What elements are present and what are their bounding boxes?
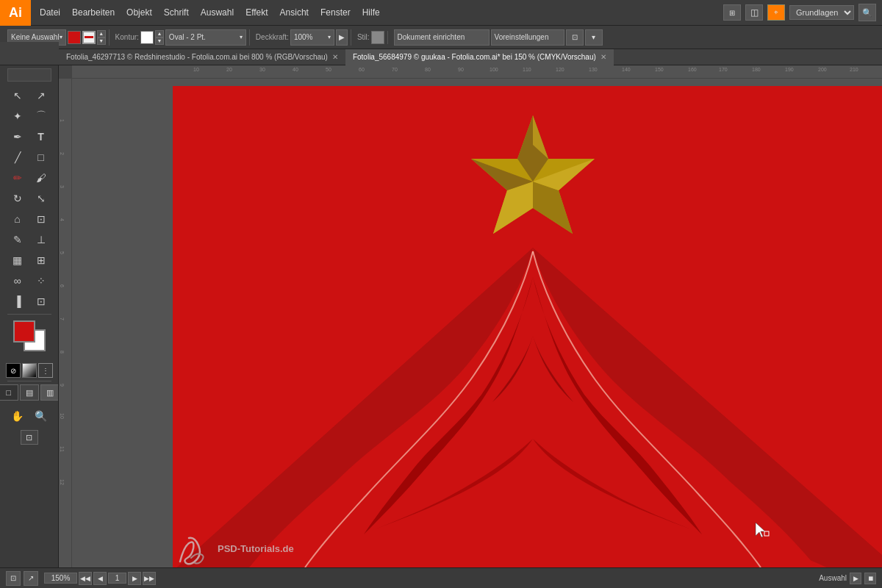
- spinner-up[interactable]: ▲: [97, 30, 106, 37]
- tool-line[interactable]: ╱: [7, 148, 29, 167]
- stroke-group: Kontur: ▲ ▼ Oval - 2 Pt. ▾: [112, 29, 250, 46]
- stroke-spinner-down[interactable]: ▼: [155, 37, 164, 45]
- menu-bearbeiten[interactable]: Bearbeiten: [66, 4, 121, 21]
- tool-row-4: ╱ □: [7, 148, 52, 167]
- menu-items: Datei Bearbeiten Objekt Schrift Auswahl …: [31, 4, 723, 21]
- stroke-color[interactable]: [140, 31, 154, 44]
- vorein-btn[interactable]: Voreinstellungen: [491, 29, 564, 46]
- status-right: Auswahl ▶ ⏹: [819, 573, 876, 584]
- nav-next-btn[interactable]: ▶▶: [143, 572, 156, 585]
- tool-magic-wand[interactable]: ✦: [7, 107, 29, 126]
- tool-rect[interactable]: □: [30, 148, 52, 167]
- tool-symbol[interactable]: ⁘: [30, 271, 52, 290]
- grid-icon[interactable]: ⊞: [723, 4, 741, 21]
- ruler-top-mark-13: 130: [589, 67, 598, 72]
- menu-fenster[interactable]: Fenster: [315, 4, 356, 21]
- menu-ansicht[interactable]: Ansicht: [274, 4, 315, 21]
- stroke-indicator[interactable]: [82, 31, 96, 44]
- ruler-top-mark-2: 20: [226, 67, 232, 72]
- mode-normal[interactable]: □: [0, 384, 18, 401]
- tool-selection[interactable]: ↖: [7, 86, 29, 105]
- tab-0[interactable]: Fotolia_46297713 © Redshinestudio - Foto…: [59, 49, 345, 65]
- tool-row-5: ✏ 🖌: [7, 168, 52, 187]
- tool-graph[interactable]: ▐: [7, 292, 29, 311]
- workspace-select[interactable]: Grundlagen: [789, 5, 854, 20]
- ruler-top-mark-17: 170: [719, 67, 728, 72]
- opacity-nav[interactable]: ▶: [336, 29, 348, 46]
- ruler-top-mark-20: 200: [818, 67, 827, 72]
- menu-objekt[interactable]: Objekt: [121, 4, 158, 21]
- tool-mesh[interactable]: ⊞: [30, 251, 52, 270]
- vector-icon[interactable]: ⌖: [767, 4, 785, 21]
- tool-measure[interactable]: ⊥: [30, 230, 52, 249]
- ruler-left-mark-7: 7: [60, 318, 65, 320]
- tool-direct-selection[interactable]: ↗: [30, 86, 52, 105]
- arrange-btn[interactable]: ▾: [585, 29, 603, 46]
- style-color[interactable]: [371, 31, 384, 44]
- tool-rotate[interactable]: ↻: [7, 189, 29, 208]
- canvas-viewport[interactable]: 1 2 3 4 5 6 7 8 9 10 11 12: [59, 79, 882, 567]
- fill-color[interactable]: [68, 31, 81, 44]
- status-play-btn[interactable]: ▶: [850, 573, 861, 584]
- tool-reflect[interactable]: ⤡: [30, 189, 52, 208]
- tool-blend[interactable]: ∞: [7, 271, 29, 290]
- menu-datei[interactable]: Datei: [34, 4, 66, 21]
- ruler-top-mark-9: 90: [458, 67, 464, 72]
- zoom-input[interactable]: 150%: [44, 573, 77, 584]
- style-label: Stil:: [357, 33, 370, 41]
- mode-alt[interactable]: ▥: [40, 384, 60, 401]
- tool-warp[interactable]: ⌂: [7, 209, 29, 229]
- menu-hilfe[interactable]: Hilfe: [356, 4, 386, 21]
- tool-pen[interactable]: ✒: [7, 127, 29, 146]
- stroke-spinner-up[interactable]: ▲: [155, 30, 164, 37]
- tool-type[interactable]: T: [30, 127, 52, 146]
- psd-swirl-icon: [173, 532, 213, 565]
- menu-effekt[interactable]: Effekt: [240, 4, 273, 21]
- tab-0-close[interactable]: ✕: [332, 53, 338, 61]
- canvas-area: 10 20 30 40 50 60 70 80 90 100 110 120 1…: [59, 65, 882, 567]
- tool-transform[interactable]: ⊡: [30, 209, 52, 229]
- opacity-dropdown[interactable]: 100% ▾: [290, 29, 334, 46]
- stroke-type-dropdown[interactable]: Oval - 2 Pt. ▾: [165, 29, 246, 46]
- tool-hand[interactable]: ✋: [7, 406, 29, 426]
- menu-schrift[interactable]: Schrift: [158, 4, 195, 21]
- page-input[interactable]: 1: [108, 573, 126, 584]
- mode-grey[interactable]: ▤: [20, 384, 39, 401]
- tool-paintbrush[interactable]: 🖌: [30, 168, 52, 187]
- arrange-icon[interactable]: ◫: [745, 4, 763, 21]
- tab-1[interactable]: Fotolia_56684979 © guukaa - Fotolia.com.…: [345, 49, 614, 65]
- ruler-left-mark-12: 12: [60, 479, 65, 485]
- spinner-down[interactable]: ▼: [97, 37, 106, 45]
- status-stop-btn[interactable]: ⏹: [864, 573, 876, 584]
- tool-zoom[interactable]: 🔍: [30, 406, 52, 426]
- color-gradient-btn[interactable]: [22, 363, 37, 378]
- tab-1-close[interactable]: ✕: [600, 53, 606, 61]
- vorein-icon[interactable]: ⊡: [566, 29, 584, 46]
- fill-stroke-spinner: ▲ ▼: [97, 30, 106, 45]
- color-foreground[interactable]: [13, 320, 35, 343]
- nav-fwd-btn[interactable]: ▶: [128, 572, 141, 585]
- ruler-left-mark-9: 9: [60, 384, 65, 387]
- ruler-top-mark-14: 140: [622, 67, 631, 72]
- tool-eyedropper[interactable]: ✎: [7, 230, 29, 249]
- search-button[interactable]: 🔍: [858, 4, 876, 21]
- layer-btn-1[interactable]: ⊡: [21, 430, 38, 445]
- menu-auswahl[interactable]: Auswahl: [195, 4, 240, 21]
- opacity-group: Deckkraft: 100% ▾ ▶: [253, 29, 351, 46]
- color-pattern-btn[interactable]: ⋮: [38, 363, 53, 378]
- tool-row-2: ✦ ⌒: [7, 107, 52, 126]
- tool-row-11: ▐ ⊡: [7, 292, 52, 311]
- tool-pencil[interactable]: ✏: [7, 168, 29, 187]
- ruler-left-mark-8: 8: [60, 351, 65, 354]
- nav-prev-btn[interactable]: ◀◀: [79, 572, 92, 585]
- dokument-btn[interactable]: Dokument einrichten: [394, 29, 490, 46]
- ruler-left-mark-3: 3: [60, 185, 65, 188]
- status-icon-2[interactable]: ↗: [24, 571, 38, 586]
- tool-lasso[interactable]: ⌒: [30, 107, 52, 126]
- status-icon-1[interactable]: ⊡: [6, 571, 21, 586]
- tool-gradient[interactable]: ▦: [7, 251, 29, 270]
- tool-artboard[interactable]: ⊡: [30, 292, 52, 311]
- nav-back-btn[interactable]: ◀: [93, 572, 107, 585]
- color-none[interactable]: ⊘: [6, 363, 21, 378]
- ruler-left-mark-1: 1: [60, 119, 65, 122]
